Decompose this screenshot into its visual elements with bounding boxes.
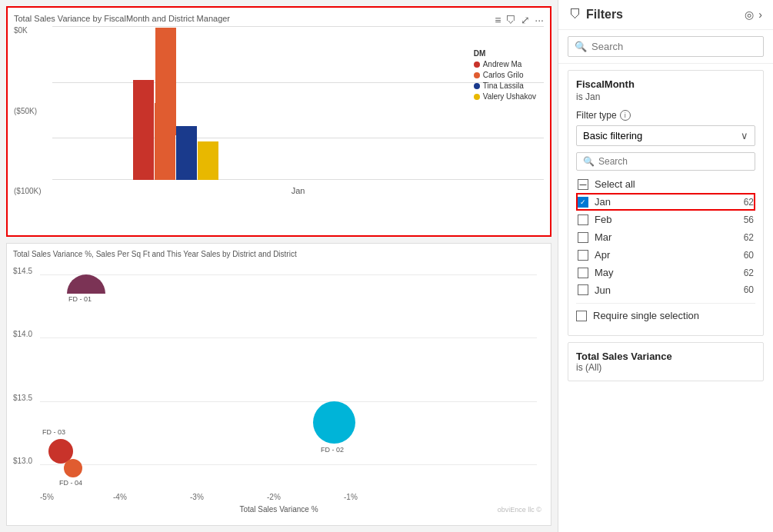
bottom-chart-title: Total Sales Variance %, Sales Per Sq Ft … (13, 250, 545, 258)
y-label-14-0: $14.0 (13, 330, 32, 338)
left-panel: Total Sales Variance by FiscalMonth and … (0, 0, 558, 532)
menu-icon[interactable]: ≡ (495, 14, 501, 26)
filter-type-label: Filter type (576, 110, 617, 121)
bottom-chart: Total Sales Variance %, Sales Per Sq Ft … (6, 243, 551, 526)
legend-dot-2 (474, 83, 480, 89)
select-all-item[interactable]: Select all (576, 175, 755, 193)
right-panel: ⛉ Filters ◎ › 🔍 FiscalMonth is Jan Filte… (558, 0, 773, 532)
checkbox-apr[interactable] (578, 250, 588, 261)
legend-label-3: Valery Ushakov (483, 92, 536, 101)
y-label-0: $0K (14, 26, 42, 35)
total-sales-section: Total Sales Variance is (All) (568, 342, 764, 381)
main-search-icon: 🔍 (575, 41, 587, 52)
watermark: obviEnce llc © (498, 506, 541, 514)
legend-dot-3 (474, 94, 480, 100)
chevron-right-icon[interactable]: › (758, 8, 762, 21)
checkbox-list: Select all Jan 62 Feb 56 Mar (576, 175, 755, 298)
legend-label-2: Tina Lassila (483, 81, 524, 90)
checkbox-jan[interactable] (578, 197, 588, 208)
total-sales-subtitle: is (All) (576, 362, 755, 373)
filter-item-may[interactable]: May 62 (576, 264, 755, 281)
legend-item-2: Tina Lassila (474, 81, 536, 90)
main-search-area: 🔍 (558, 30, 773, 64)
legend-dot-1 (474, 72, 480, 78)
filters-title: Filters (586, 8, 740, 22)
x-label: Jan (292, 186, 305, 195)
legend-dot-0 (474, 62, 480, 68)
count-feb: 56 (744, 214, 754, 225)
filter-item-mar[interactable]: Mar 62 (576, 228, 755, 246)
x-label-n3: -3% (190, 493, 204, 501)
bubble-label-fd04: FD - 04 (59, 479, 82, 487)
filter-icon[interactable]: ⛉ (505, 14, 516, 26)
label-jan: Jan (595, 196, 738, 208)
main-search-box[interactable]: 🔍 (568, 36, 764, 57)
count-jun: 60 (744, 284, 754, 295)
y-label-14-5: $14.5 (13, 267, 32, 275)
x-axis-label: Total Sales Variance % (239, 505, 318, 514)
filter-item-apr[interactable]: Apr 60 (576, 246, 755, 264)
filter-type-row: Filter type i (576, 110, 755, 121)
x-label-n5: -5% (40, 493, 54, 501)
bubble-label-fd03: FD - 03 (42, 428, 65, 436)
top-chart: Total Sales Variance by FiscalMonth and … (6, 6, 551, 237)
count-may: 62 (744, 268, 754, 278)
filter-search-box[interactable]: 🔍 (576, 152, 755, 171)
label-jun: Jun (595, 284, 738, 296)
filter-search-input[interactable] (598, 156, 748, 167)
bar-andrew (133, 80, 154, 180)
checkbox-feb[interactable] (578, 214, 588, 225)
chevron-down-icon: ∨ (741, 130, 748, 141)
filter-item-feb[interactable]: Feb 56 (576, 211, 755, 228)
require-single-selection[interactable]: Require single selection (576, 303, 755, 328)
y-label-2: ($100K) (14, 187, 42, 195)
label-mar: Mar (595, 231, 738, 243)
expand-icon[interactable]: ⤢ (521, 14, 530, 26)
filters-header: ⛉ Filters ◎ › (558, 0, 773, 30)
count-mar: 62 (744, 232, 754, 243)
filter-item-jan[interactable]: Jan 62 (576, 193, 755, 211)
x-label-n2: -2% (267, 493, 281, 501)
filter-search-icon: 🔍 (583, 156, 595, 167)
checkbox-may[interactable] (578, 268, 588, 278)
label-may: May (595, 267, 738, 278)
select-all-checkbox[interactable] (578, 179, 588, 190)
filter-sections: FiscalMonth is Jan Filter type i Basic f… (558, 64, 773, 532)
select-all-label: Select all (595, 178, 754, 190)
x-label-n4: -4% (113, 493, 127, 501)
checkbox-jun[interactable] (578, 284, 588, 295)
bar-chart-area: $0K ($50K) ($100K) (52, 26, 544, 195)
more-icon[interactable]: ··· (535, 14, 544, 26)
bar-negative (155, 28, 176, 135)
require-label: Require single selection (593, 310, 699, 321)
grid-h-3 (40, 464, 537, 465)
bubble-fd04 (64, 459, 82, 477)
bar-valery (198, 141, 218, 180)
legend-label-1: Carlos Grilo (483, 71, 524, 79)
legend-item-3: Valery Ushakov (474, 92, 536, 101)
filter-item-jun[interactable]: Jun 60 (576, 281, 755, 298)
grid-h-1 (40, 337, 537, 338)
bars-container: Jan (52, 26, 544, 195)
y-label-13-5: $13.5 (13, 394, 32, 402)
top-chart-icons[interactable]: ≡ ⛉ ⤢ ··· (495, 14, 544, 26)
count-apr: 60 (744, 250, 754, 261)
label-apr: Apr (595, 249, 738, 261)
fiscal-month-subtitle: is Jan (576, 91, 755, 102)
main-search-input[interactable] (591, 41, 757, 52)
info-icon: i (620, 110, 631, 121)
require-checkbox[interactable] (576, 311, 587, 321)
y-label-1: ($50K) (14, 107, 42, 115)
scatter-area: $14.5 $14.0 $13.5 $13.0 -5% -4% -3% -2% … (13, 261, 545, 515)
bar-tina (176, 126, 197, 180)
bubble-label-fd02: FD - 02 (321, 446, 344, 454)
visibility-icon[interactable]: ◎ (745, 8, 754, 21)
bubble-fd02 (313, 401, 355, 444)
filter-type-dropdown[interactable]: Basic filtering ∨ (576, 125, 755, 146)
bubble-label-fd01: FD - 01 (68, 295, 92, 303)
total-sales-title: Total Sales Variance (576, 351, 755, 362)
fiscal-month-section: FiscalMonth is Jan Filter type i Basic f… (568, 70, 764, 336)
fiscal-month-title: FiscalMonth (576, 78, 755, 90)
checkbox-mar[interactable] (578, 232, 588, 243)
legend-title: DM (474, 49, 536, 58)
